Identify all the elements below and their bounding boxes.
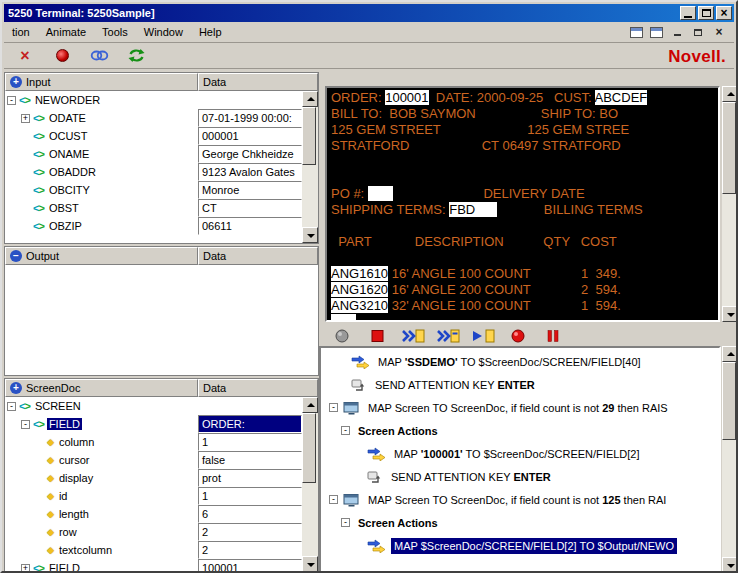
scroll-up-button[interactable] <box>722 346 738 362</box>
data-column-header[interactable]: Data <box>198 73 318 91</box>
terminal-screen[interactable]: ORDER: 100001 DATE: 2000-09-25 CUST: ABC… <box>325 86 720 322</box>
data-cell[interactable]: 100001 <box>198 559 302 573</box>
tree-row-obst[interactable]: <>OBSTCT <box>5 199 302 217</box>
stop-button[interactable] <box>366 326 390 346</box>
vertical-scrollbar[interactable] <box>722 346 738 573</box>
data-cell[interactable]: 1 <box>198 487 302 505</box>
tree-row-id[interactable]: ◆id1 <box>5 487 302 505</box>
data-cell[interactable]: CT <box>198 199 302 217</box>
tree-row-screen[interactable]: -<>SCREEN <box>5 397 302 415</box>
scroll-up-button[interactable] <box>302 397 318 413</box>
data-cell[interactable]: 07-01-1999 00:00: <box>198 109 302 127</box>
tree-expander-icon[interactable]: - <box>329 495 338 504</box>
record-disabled-button[interactable] <box>331 326 355 346</box>
vertical-scrollbar[interactable] <box>302 397 318 572</box>
vertical-scrollbar[interactable] <box>722 86 738 322</box>
tree-row-ocust[interactable]: <>OCUST000001 <box>5 127 302 145</box>
run-to-button[interactable] <box>471 326 495 346</box>
menu-item-animate[interactable]: Animate <box>38 22 94 42</box>
tree-expander-icon[interactable]: - <box>7 96 16 105</box>
data-cell[interactable]: 2 <box>198 541 302 559</box>
titlebar[interactable]: 5250 Terminal: 5250Sample] × <box>4 4 734 22</box>
scrollbar-thumb[interactable] <box>302 107 316 165</box>
action-row[interactable]: -Screen Actions <box>321 511 719 534</box>
scroll-up-button[interactable] <box>722 86 738 102</box>
step-into-button[interactable] <box>401 326 425 346</box>
data-cell[interactable]: false <box>198 451 302 469</box>
minimize-button[interactable] <box>680 6 696 20</box>
tree-row-obcity[interactable]: <>OBCITYMonroe <box>5 181 302 199</box>
terminal-field[interactable]: ANG1610 <box>331 266 388 281</box>
data-cell[interactable]: 2 <box>198 523 302 541</box>
scrollbar-track[interactable] <box>722 102 738 306</box>
tree-row-display[interactable]: ◆displayprot <box>5 469 302 487</box>
data-cell[interactable]: 1 <box>198 433 302 451</box>
action-row[interactable]: -Screen Actions <box>321 419 719 442</box>
terminal-field[interactable] <box>331 314 356 322</box>
tree-expander-icon[interactable]: + <box>21 564 30 573</box>
tree-row-neworder[interactable]: -<>NEWORDER <box>5 91 302 109</box>
data-cell[interactable]: Monroe <box>198 181 302 199</box>
terminal-field[interactable]: 100001 <box>385 90 428 105</box>
data-column-header[interactable]: Data <box>198 379 318 397</box>
mdi-close-button[interactable]: × <box>712 26 726 39</box>
vertical-scrollbar[interactable] <box>302 91 318 243</box>
scroll-down-button[interactable] <box>302 227 318 243</box>
menu-item-window[interactable]: Window <box>136 22 191 42</box>
tree-row-field[interactable]: -<>FIELDORDER: <box>5 415 302 433</box>
action-row[interactable]: SEND ATTENTION KEY ENTER <box>321 465 719 488</box>
links-button[interactable] <box>88 46 110 66</box>
data-column-header[interactable]: Data <box>198 247 318 265</box>
collapse-circle-icon[interactable]: + <box>10 382 22 394</box>
tree-expander-icon[interactable]: - <box>341 426 350 435</box>
scrollbar-track[interactable] <box>302 413 318 556</box>
scrollbar-track[interactable] <box>302 107 318 227</box>
record-button[interactable] <box>506 326 530 346</box>
tree-row-row[interactable]: ◆row2 <box>5 523 302 541</box>
action-row[interactable]: MAP '100001' TO $ScreenDoc/SCREEN/FIELD[… <box>321 442 719 465</box>
action-row[interactable]: MAP $ScreenDoc/SCREEN/FIELD[2] TO $Outpu… <box>321 534 719 557</box>
pause-button[interactable] <box>541 326 565 346</box>
tree-row-textcolumn[interactable]: ◆textcolumn2 <box>5 541 302 559</box>
screendoc-header-cell[interactable]: + ScreenDoc <box>5 379 198 397</box>
data-cell[interactable]: George Chkheidze <box>198 145 302 163</box>
mdi-minimize-button[interactable] <box>670 26 684 39</box>
tree-expander-icon[interactable]: - <box>341 518 350 527</box>
refresh-button[interactable] <box>125 46 147 66</box>
collapse-circle-icon[interactable]: + <box>10 76 22 88</box>
output-header-cell[interactable]: − Output <box>5 247 198 265</box>
menu-item-tools[interactable]: Tools <box>94 22 136 42</box>
delete-button[interactable]: × <box>14 46 36 66</box>
collapse-circle-icon[interactable]: − <box>10 250 22 262</box>
data-cell[interactable]: 6 <box>198 505 302 523</box>
terminal-field[interactable]: ABCDEF <box>595 90 648 105</box>
action-row[interactable]: -MAP Screen TO ScreenDoc, if field count… <box>321 396 719 419</box>
terminal-field[interactable]: ANG3210 <box>331 298 388 313</box>
data-cell[interactable]: 9123 Avalon Gates <box>198 163 302 181</box>
scroll-down-button[interactable] <box>302 556 318 572</box>
tree-row-oname[interactable]: <>ONAMEGeorge Chkheidze <box>5 145 302 163</box>
terminal-field[interactable] <box>368 186 393 201</box>
maximize-button[interactable] <box>698 6 714 20</box>
terminal-field[interactable]: FBD <box>449 202 497 217</box>
scrollbar-track[interactable] <box>722 362 738 557</box>
terminal-field[interactable]: ANG1620 <box>331 282 388 297</box>
scroll-up-button[interactable] <box>302 91 318 107</box>
scroll-down-button[interactable] <box>722 557 738 573</box>
tree-row-column[interactable]: ◆column1 <box>5 433 302 451</box>
action-row[interactable]: SEND ATTENTION KEY ENTER <box>321 373 719 396</box>
action-row[interactable]: -MAP Screen TO ScreenDoc, if field count… <box>321 488 719 511</box>
tree-expander-icon[interactable]: - <box>329 403 338 412</box>
tree-expander-icon[interactable]: - <box>7 402 16 411</box>
tree-row-odate[interactable]: +<>ODATE07-01-1999 00:00: <box>5 109 302 127</box>
scrollbar-thumb[interactable] <box>722 102 736 194</box>
menu-item-tion[interactable]: tion <box>4 22 38 42</box>
scrollbar-thumb[interactable] <box>722 362 736 440</box>
input-header-cell[interactable]: + Input <box>5 73 198 91</box>
tree-expander-icon[interactable]: - <box>21 420 30 429</box>
data-cell[interactable]: ORDER: <box>198 415 302 433</box>
data-cell[interactable]: prot <box>198 469 302 487</box>
tree-expander-icon[interactable]: + <box>21 114 30 123</box>
data-cell[interactable]: 06611 <box>198 217 302 235</box>
tree-row-obaddr[interactable]: <>OBADDR9123 Avalon Gates <box>5 163 302 181</box>
